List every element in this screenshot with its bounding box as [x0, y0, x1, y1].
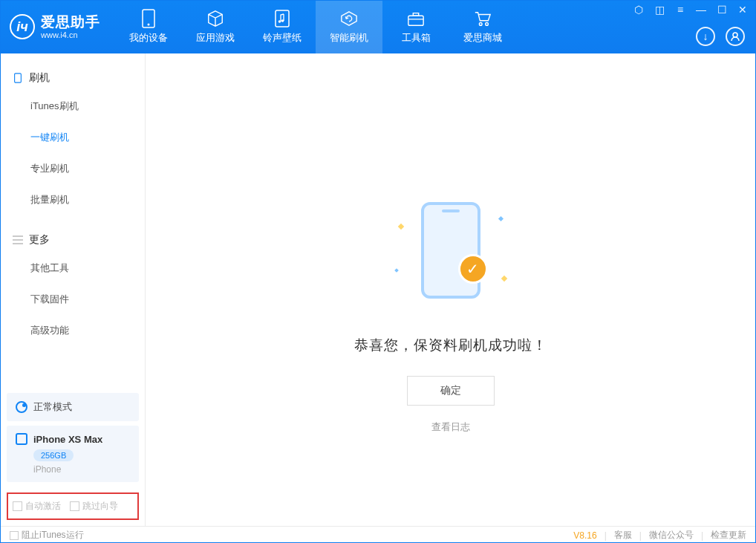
- svg-point-4: [281, 19, 284, 22]
- list-icon: [13, 235, 23, 245]
- result-area: ✓ 恭喜您，保资料刷机成功啦！ 确定 查看日志: [354, 202, 547, 434]
- link-wechat[interactable]: 微信公众号: [649, 529, 694, 542]
- nav-tabs: 我的设备 应用游戏 铃声壁纸 智能刷机 工具箱 爱思商城: [115, 1, 516, 53]
- sidebar-item-batch-flash[interactable]: 批量刷机: [1, 184, 145, 215]
- checkbox-label: 自动激活: [25, 500, 61, 513]
- maximize-button[interactable]: ☐: [715, 4, 729, 16]
- sidebar-item-pro-flash[interactable]: 专业刷机: [1, 153, 145, 184]
- svg-rect-9: [15, 74, 22, 82]
- app-title: 爱思助手: [41, 14, 100, 30]
- checkbox-icon: [10, 531, 19, 540]
- nav-label: 工具箱: [402, 31, 431, 45]
- nav-label: 铃声壁纸: [263, 31, 302, 45]
- device-storage-badge: 256GB: [33, 449, 74, 461]
- refresh-icon: [340, 10, 358, 27]
- checkbox-icon: [13, 501, 22, 511]
- main-content: ✓ 恭喜您，保资料刷机成功啦！ 确定 查看日志: [146, 53, 755, 526]
- app-logo[interactable]: iч 爱思助手 www.i4.cn: [10, 14, 100, 39]
- section-title: 更多: [29, 233, 50, 247]
- svg-point-1: [148, 24, 150, 26]
- phone-icon: [13, 73, 23, 83]
- mode-box[interactable]: 正常模式: [7, 393, 139, 421]
- mode-label: 正常模式: [33, 400, 72, 414]
- device-small-icon: [16, 433, 27, 445]
- mode-icon: [16, 401, 27, 413]
- nav-ringtone-wallpaper[interactable]: 铃声壁纸: [249, 1, 316, 53]
- lock-icon[interactable]: ◫: [653, 4, 666, 16]
- cart-icon: [474, 10, 492, 27]
- svg-point-7: [486, 23, 489, 26]
- nav-label: 我的设备: [129, 31, 168, 45]
- device-type: iPhone: [33, 464, 130, 475]
- sidebar-item-itunes-flash[interactable]: iTunes刷机: [1, 91, 145, 122]
- nav-my-device[interactable]: 我的设备: [115, 1, 182, 53]
- options-highlight-box: 自动激活 跳过向导: [7, 492, 139, 520]
- nav-apps-games[interactable]: 应用游戏: [182, 1, 249, 53]
- user-button[interactable]: [726, 27, 745, 46]
- sidebar-item-advanced[interactable]: 高级功能: [1, 315, 145, 346]
- header-actions: ↓: [696, 27, 745, 46]
- status-bar: 阻止iTunes运行 V8.16 | 客服 | 微信公众号 | 检查更新: [1, 526, 755, 543]
- sidebar-section-flash: 刷机 iTunes刷机 一键刷机 专业刷机 批量刷机: [1, 53, 145, 215]
- sidebar: 刷机 iTunes刷机 一键刷机 专业刷机 批量刷机 更多 其他工具 下载固件 …: [1, 53, 146, 526]
- sidebar-item-download-firmware[interactable]: 下载固件: [1, 284, 145, 315]
- link-check-update[interactable]: 检查更新: [711, 529, 746, 542]
- device-name: iPhone XS Max: [33, 434, 102, 445]
- nav-smart-flash[interactable]: 智能刷机: [316, 1, 382, 53]
- checkbox-label: 跳过向导: [82, 500, 118, 513]
- svg-rect-2: [276, 10, 289, 27]
- checkbox-block-itunes[interactable]: 阻止iTunes运行: [10, 529, 84, 542]
- svg-point-6: [479, 23, 482, 26]
- section-title: 刷机: [29, 71, 50, 85]
- app-subtitle: www.i4.cn: [41, 30, 100, 40]
- success-illustration: ✓: [369, 202, 532, 313]
- svg-rect-5: [408, 16, 423, 25]
- sidebar-item-other-tools[interactable]: 其他工具: [1, 253, 145, 284]
- statusbar-links: V8.16 | 客服 | 微信公众号 | 检查更新: [573, 529, 746, 542]
- ok-button[interactable]: 确定: [407, 376, 495, 406]
- device-box[interactable]: iPhone XS Max 256GB iPhone: [7, 426, 139, 482]
- link-support[interactable]: 客服: [614, 529, 632, 542]
- device-icon: [140, 10, 157, 27]
- check-circle-icon: ✓: [458, 254, 488, 284]
- music-icon: [273, 10, 291, 27]
- svg-point-8: [733, 33, 737, 37]
- body: 刷机 iTunes刷机 一键刷机 专业刷机 批量刷机 更多 其他工具 下载固件 …: [1, 53, 755, 526]
- version-label: V8.16: [573, 530, 596, 541]
- nav-label: 智能刷机: [330, 31, 368, 45]
- checkbox-icon: [70, 501, 79, 511]
- view-log-link[interactable]: 查看日志: [354, 420, 547, 434]
- logo-icon: iч: [10, 14, 35, 39]
- nav-toolbox[interactable]: 工具箱: [382, 1, 449, 53]
- checkbox-label: 阻止iTunes运行: [22, 529, 84, 542]
- nav-label: 爱思商城: [463, 31, 502, 45]
- toolbox-icon: [407, 10, 425, 27]
- window-controls: ⬡ ◫ ≡ — ☐ ✕: [632, 4, 749, 16]
- checkbox-auto-activate[interactable]: 自动激活: [13, 500, 61, 513]
- menu-icon[interactable]: ≡: [674, 4, 687, 16]
- checkbox-skip-guide[interactable]: 跳过向导: [70, 500, 118, 513]
- minimize-button[interactable]: —: [694, 4, 708, 16]
- download-button[interactable]: ↓: [696, 27, 715, 46]
- logo-text: 爱思助手 www.i4.cn: [41, 14, 100, 39]
- cube-icon: [206, 10, 224, 27]
- tshirt-icon[interactable]: ⬡: [632, 4, 645, 16]
- sidebar-section-more: 更多 其他工具 下载固件 高级功能: [1, 215, 145, 346]
- header-bar: iч 爱思助手 www.i4.cn 我的设备 应用游戏 铃声壁纸 智能刷机 工具…: [1, 1, 755, 53]
- nav-store[interactable]: 爱思商城: [449, 1, 516, 53]
- svg-point-3: [278, 20, 281, 23]
- sidebar-head-flash: 刷机: [1, 65, 145, 91]
- close-button[interactable]: ✕: [736, 4, 749, 16]
- sidebar-item-onekey-flash[interactable]: 一键刷机: [1, 122, 145, 153]
- sidebar-head-more: 更多: [1, 227, 145, 253]
- success-message: 恭喜您，保资料刷机成功啦！: [354, 336, 547, 355]
- nav-label: 应用游戏: [196, 31, 235, 45]
